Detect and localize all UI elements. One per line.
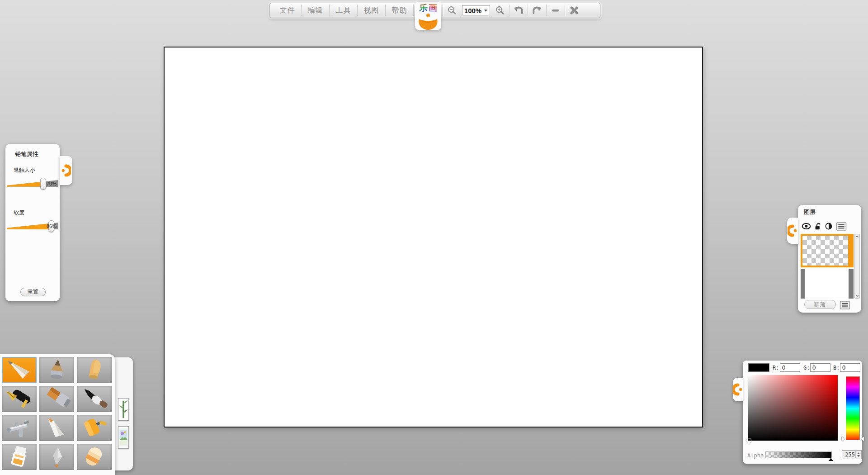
- marker-icon: [79, 358, 110, 382]
- close-button[interactable]: [565, 4, 583, 17]
- r-label: R:: [773, 365, 779, 371]
- menu-view[interactable]: 视图: [358, 4, 385, 17]
- alpha-input[interactable]: [842, 451, 855, 458]
- reset-button[interactable]: 重置: [20, 288, 46, 296]
- g-input[interactable]: [810, 363, 830, 372]
- brush-flat-brush[interactable]: [39, 386, 74, 412]
- slider-softness: 软度86%: [7, 209, 58, 233]
- drawing-canvas[interactable]: [164, 47, 703, 428]
- alpha-slider[interactable]: [765, 451, 832, 458]
- brush-eraser[interactable]: [77, 444, 112, 470]
- eraser-icon: [79, 445, 110, 469]
- redo-button[interactable]: [528, 4, 546, 17]
- zoom-level-dropdown[interactable]: 100%: [462, 5, 490, 15]
- chevron-down-icon: [484, 9, 488, 12]
- pencil-panel-title: 铅笔属性: [15, 150, 38, 158]
- alpha-value-spinner[interactable]: [842, 450, 862, 459]
- menu-list-icon: [840, 301, 850, 309]
- layer-panel-menu-button[interactable]: [840, 301, 850, 309]
- b-label: B:: [833, 365, 840, 371]
- brush-paste-jar[interactable]: [2, 444, 37, 470]
- zoom-in-button[interactable]: [491, 4, 509, 17]
- layer-lock-button[interactable]: [815, 223, 821, 230]
- layer-thumbnail-2[interactable]: [801, 269, 854, 299]
- brush-fountain-pen[interactable]: [2, 386, 37, 412]
- layer-opacity-button[interactable]: [825, 223, 832, 230]
- logo-glyph-right: 画: [429, 3, 437, 13]
- menu-edit[interactable]: 编辑: [302, 4, 329, 17]
- saturation-value-picker[interactable]: [748, 375, 838, 441]
- zoom-in-icon: [495, 5, 505, 15]
- layers-panel-lagoon-handle[interactable]: [787, 218, 798, 244]
- scroll-down-icon[interactable]: [855, 294, 859, 297]
- scroll-up-icon[interactable]: [855, 235, 859, 238]
- brush-palette-tab: [114, 357, 133, 470]
- app-logo-slot: 乐 画: [414, 3, 443, 18]
- undo-icon: [513, 5, 524, 15]
- new-layer-button[interactable]: 新建: [804, 300, 836, 309]
- hue-marker-right[interactable]: [861, 437, 864, 441]
- app-logo-lagoon[interactable]: 乐 画: [415, 2, 441, 30]
- layer-menu-button[interactable]: [836, 222, 847, 231]
- ink-brush-icon: [79, 387, 110, 411]
- app-logo-text: 乐 画: [419, 3, 437, 13]
- g-label: G:: [803, 365, 810, 371]
- slider-brush-size: 笔触大小70%: [7, 166, 58, 190]
- minimize-icon: [550, 5, 561, 15]
- alpha-label: Alpha: [747, 452, 764, 459]
- eye-icon: [802, 223, 811, 229]
- hue-slider[interactable]: [846, 376, 860, 440]
- pencil-panel-lagoon-handle[interactable]: [60, 156, 72, 185]
- lock-open-icon: [815, 223, 821, 230]
- menu-help[interactable]: 帮助: [386, 4, 413, 17]
- fountain-pen-icon: [4, 387, 35, 411]
- blade-icon: [41, 445, 73, 469]
- layer-list-scrollbar[interactable]: [854, 234, 860, 299]
- menu-tools[interactable]: 工具: [330, 4, 357, 17]
- layer-visibility-button[interactable]: [802, 223, 811, 229]
- lagoon-puck-icon: [61, 164, 71, 177]
- r-input[interactable]: [780, 363, 800, 372]
- lagoon-puck-icon: [733, 383, 743, 396]
- brush-pencil[interactable]: [2, 357, 37, 383]
- brush-palette-knife[interactable]: [39, 415, 74, 441]
- library-button-painting-sample[interactable]: [118, 426, 129, 449]
- zoom-out-icon: [447, 5, 458, 15]
- minimize-button[interactable]: [547, 4, 565, 17]
- brush-paint-roller[interactable]: [77, 415, 112, 441]
- logo-nose-icon: [426, 14, 430, 17]
- brush-wood-pencil[interactable]: [39, 357, 74, 383]
- slider-label: 软度: [14, 209, 58, 217]
- slider-handle[interactable]: [40, 178, 46, 190]
- layer-thumbnail-1[interactable]: [801, 234, 854, 267]
- bamboo-sample-icon: [119, 399, 128, 419]
- main-toolbar: 文件编辑工具视图帮助 乐 画 100%: [269, 3, 600, 18]
- alpha-slider-marker[interactable]: [829, 458, 833, 461]
- flat-brush-icon: [41, 387, 73, 411]
- brush-ink-brush[interactable]: [77, 386, 112, 412]
- pencil-properties-panel: 铅笔属性 笔触大小70%软度86% 重置: [5, 144, 60, 301]
- layers-panel: 图层 新建: [798, 205, 861, 313]
- b-input[interactable]: [840, 363, 860, 372]
- brush-blade[interactable]: [39, 444, 74, 470]
- color-picker-panel: R: G: B: Alpha: [743, 361, 862, 464]
- menu-list-icon: [836, 222, 847, 231]
- sv-cursor[interactable]: [746, 438, 751, 443]
- color-panel-lagoon-handle[interactable]: [733, 378, 743, 401]
- logo-glyph-left: 乐: [419, 3, 428, 13]
- library-button-bamboo-sample[interactable]: [118, 398, 129, 421]
- brush-palette-body: [0, 354, 115, 475]
- brush-marker[interactable]: [77, 357, 112, 383]
- hue-marker-left[interactable]: [842, 437, 845, 441]
- brush-airbrush[interactable]: [2, 415, 37, 441]
- menu-file[interactable]: 文件: [274, 4, 301, 17]
- undo-button[interactable]: [509, 4, 528, 17]
- slider-value: 70%: [47, 181, 57, 186]
- zoom-out-button[interactable]: [443, 4, 461, 17]
- layers-panel-title: 图层: [804, 208, 816, 216]
- spinner-arrows-icon[interactable]: [855, 451, 861, 458]
- palette-knife-icon: [41, 416, 73, 440]
- brush-palette-lagoon-handle[interactable]: [117, 364, 130, 393]
- slider-value: 86%: [47, 223, 57, 229]
- painting-sample-icon: [119, 428, 128, 447]
